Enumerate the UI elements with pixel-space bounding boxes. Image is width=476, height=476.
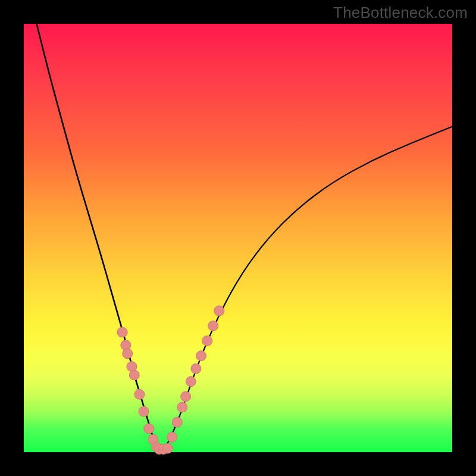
- data-marker: [181, 392, 191, 402]
- data-marker: [177, 402, 187, 412]
- data-marker: [172, 417, 182, 427]
- curve-right-branch: [165, 127, 452, 448]
- curve-left-branch: [37, 24, 157, 448]
- data-marker: [167, 432, 177, 442]
- data-marker: [196, 351, 206, 361]
- data-marker: [202, 336, 212, 346]
- data-marker: [139, 406, 149, 416]
- curve-group: [37, 24, 452, 448]
- data-marker: [129, 370, 139, 380]
- watermark-text: TheBottleneck.com: [333, 4, 468, 22]
- data-marker: [186, 377, 196, 387]
- data-marker: [191, 364, 201, 374]
- outer-frame: TheBottleneck.com: [0, 0, 476, 476]
- data-marker: [117, 327, 127, 337]
- data-marker: [214, 306, 224, 316]
- data-marker: [144, 424, 154, 434]
- chart-svg: [24, 24, 452, 452]
- data-marker: [134, 389, 145, 399]
- markers-group: [117, 306, 224, 455]
- data-marker: [208, 321, 218, 331]
- data-marker: [162, 443, 173, 453]
- data-marker: [123, 349, 133, 359]
